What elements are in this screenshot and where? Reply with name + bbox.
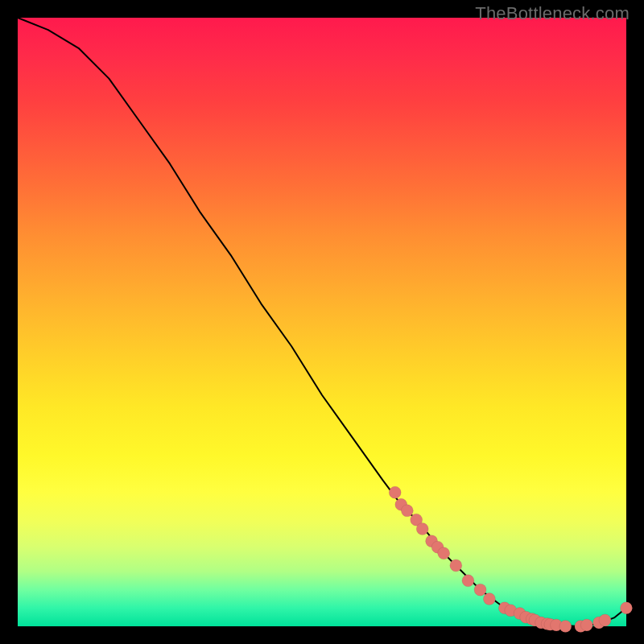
data-point bbox=[599, 614, 611, 626]
data-point bbox=[401, 505, 413, 517]
plot-area bbox=[18, 18, 626, 626]
data-point bbox=[450, 559, 462, 572]
data-point bbox=[474, 584, 486, 596]
data-point bbox=[483, 592, 495, 605]
data-point bbox=[580, 619, 592, 631]
data-point bbox=[416, 523, 428, 535]
data-point bbox=[462, 575, 474, 587]
data-point bbox=[621, 602, 633, 614]
data-markers bbox=[389, 486, 632, 632]
data-point bbox=[559, 621, 572, 633]
data-point bbox=[438, 547, 450, 559]
chart-frame: TheBottleneck.com bbox=[0, 0, 644, 644]
chart-svg bbox=[18, 18, 626, 626]
bottleneck-curve bbox=[18, 18, 626, 626]
data-point bbox=[389, 486, 401, 498]
watermark-text: TheBottleneck.com bbox=[475, 3, 630, 24]
